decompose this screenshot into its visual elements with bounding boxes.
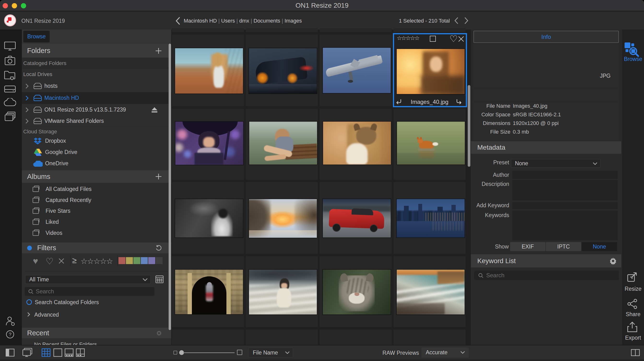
svg-text:?: ?	[9, 332, 11, 337]
